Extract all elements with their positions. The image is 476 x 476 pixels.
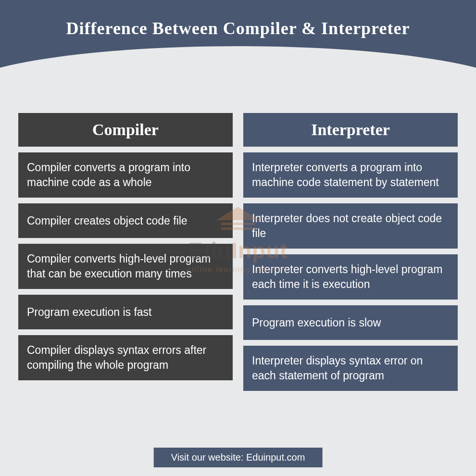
compiler-header: Compiler [18, 113, 233, 147]
interpreter-column: Interpreter Interpreter converts a progr… [243, 113, 458, 391]
table-row: Compiler converts high-level program tha… [18, 244, 233, 289]
compiler-column: Compiler Compiler converts a program int… [18, 113, 233, 391]
table-row: Compiler converts a program into machine… [18, 152, 233, 198]
table-row: Interpreter displays syntax error on eac… [243, 346, 458, 391]
table-row: Program execution is fast [18, 295, 233, 329]
interpreter-header: Interpreter [243, 113, 458, 147]
table-row: Compiler displays syntax errors after co… [18, 335, 233, 380]
table-row: Interpreter converts a program into mach… [243, 152, 458, 198]
table-row: Program execution is slow [243, 305, 458, 340]
page-title: Difference Between Compiler & Interprete… [66, 18, 410, 38]
table-row: Interpreter converts high-level program … [243, 254, 458, 300]
header-band: Difference Between Compiler & Interprete… [0, 0, 476, 94]
table-row: Interpreter does not create object code … [243, 203, 458, 249]
table-row: Compiler creates object code file [18, 203, 233, 238]
comparison-table: Compiler Compiler converts a program int… [0, 113, 476, 391]
footer-link[interactable]: Visit our website: Eduinput.com [154, 448, 323, 467]
